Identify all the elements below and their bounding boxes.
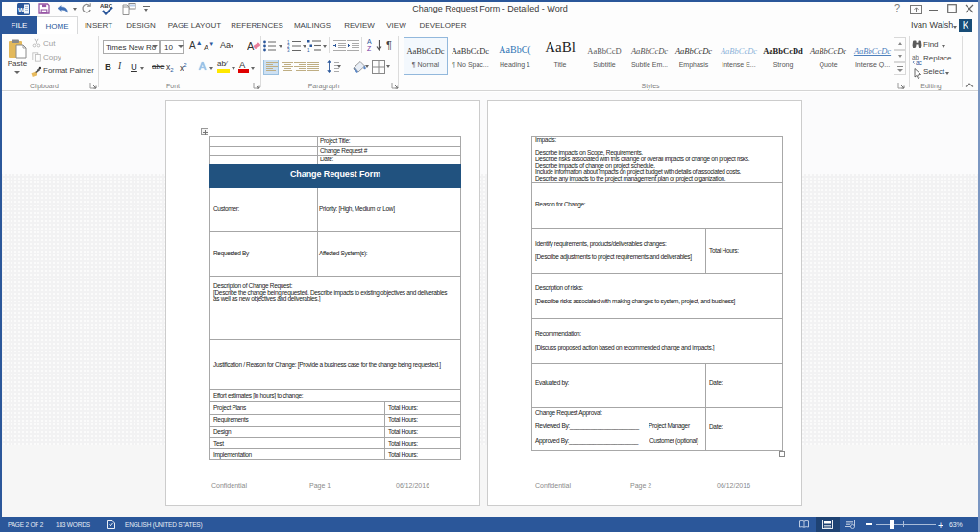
svg-text:1: 1 [307,48,310,52]
svg-text:W: W [18,7,25,13]
svg-text:ac: ac [916,60,923,66]
svg-text:3: 3 [287,48,290,52]
svg-text:A: A [247,40,255,52]
